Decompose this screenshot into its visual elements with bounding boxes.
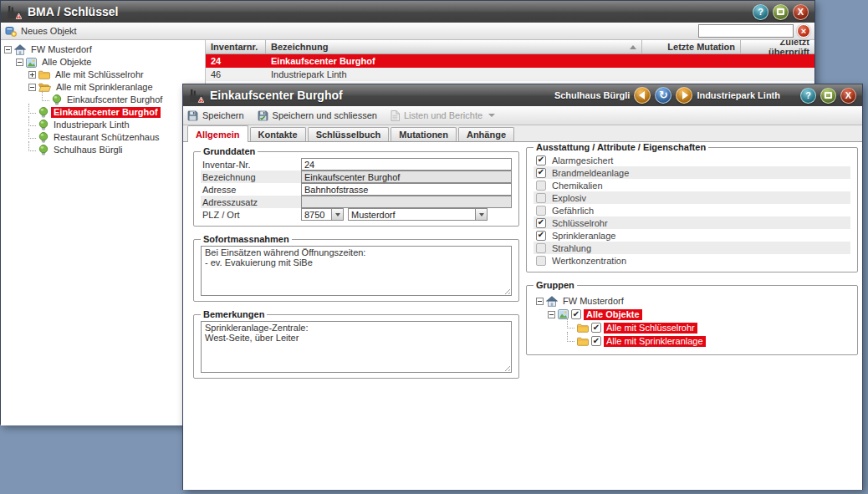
tab-kontakte[interactable]: Kontakte — [250, 127, 306, 141]
column-header-bezeichnung[interactable]: Bezeichnung — [266, 40, 642, 53]
table-row[interactable]: 46 Industriepark Linth — [206, 68, 814, 81]
tree-item-alle-mit-schluesselrohr[interactable]: Alle mit Schlüsselrohr — [1, 69, 205, 81]
help-icon: ? — [758, 8, 763, 17]
close-button[interactable]: X — [840, 88, 856, 104]
ort-combobox — [348, 208, 488, 221]
checkbox[interactable]: ✔ — [536, 218, 546, 228]
check-icon: ✔ — [538, 155, 544, 164]
collapse-icon[interactable] — [536, 298, 544, 305]
checkbox[interactable]: ✔ — [536, 181, 546, 191]
attribute-row-chemikalien[interactable]: ✔ Chemikalien — [534, 179, 850, 191]
gruppen-item-alle-mit-sprinkleranlage[interactable]: ✔ Alle mit Sprinkleranlage — [534, 334, 850, 348]
refresh-button[interactable]: ↻ — [655, 87, 671, 104]
new-object-label: Neues Objekt — [21, 26, 77, 36]
attribute-row-explosiv[interactable]: ✔ Explosiv — [534, 191, 850, 204]
sofortmassnahmen-legend: Sofortmassnahmen — [201, 234, 292, 244]
attribute-row-strahlung[interactable]: ✔ Strahlung — [534, 242, 850, 254]
gruppen-item-alle-objekte[interactable]: ✔ Alle Objekte — [534, 308, 850, 321]
checkbox[interactable]: ✔ — [536, 206, 546, 216]
adresse-input[interactable] — [301, 183, 512, 196]
bemerkungen-section: Bemerkungen Sprinkleranlage-Zentrale: We… — [193, 309, 519, 379]
next-record-button[interactable] — [676, 87, 692, 104]
inventar-nr-input[interactable] — [301, 158, 512, 171]
checkbox[interactable]: ✔ — [536, 155, 546, 166]
search-input[interactable] — [698, 24, 794, 38]
bulb-icon — [38, 132, 49, 143]
gruppen-item-alle-mit-schluesselrohr[interactable]: ✔ Alle mit Schlüsselrohr — [534, 321, 850, 334]
grunddaten-section: Grunddaten Inventar-Nr. Bezeichnung Adre… — [193, 146, 519, 227]
clear-search-button[interactable]: × — [797, 24, 810, 38]
help-button[interactable]: ? — [753, 4, 768, 20]
collapse-icon[interactable] — [28, 84, 36, 91]
maximize-button[interactable] — [820, 88, 836, 104]
factory-warning-icon — [189, 89, 204, 103]
attribute-row-brandmeldeanlage[interactable]: ✔ Brandmeldeanlage — [534, 166, 850, 179]
attribute-row-gefaehrlich[interactable]: ✔ Gefährlich — [534, 204, 850, 216]
tree-item-fw-musterdorf[interactable]: FW Musterdorf — [1, 43, 205, 56]
checkbox[interactable]: ✔ — [536, 256, 546, 266]
column-header-inventarnr[interactable]: Inventarnr. — [206, 40, 266, 53]
collapse-icon[interactable] — [16, 59, 23, 66]
close-button[interactable]: X — [793, 4, 809, 20]
help-button[interactable]: ? — [800, 88, 816, 104]
tree-item-label: Industriepark Linth — [51, 120, 132, 130]
tree-item-alle-mit-sprinkleranlage[interactable]: Alle mit Sprinkleranlage — [1, 81, 205, 94]
tree-item-schulhaus-buergli[interactable]: Schulhaus Bürgli — [1, 144, 205, 156]
bemerkungen-legend: Bemerkungen — [201, 309, 267, 319]
dialog-tabbar: Allgemein Kontakte Schlüsselbuch Mutatio… — [183, 125, 862, 142]
chevron-down-icon — [479, 213, 484, 216]
tree-item-alle-objekte[interactable]: Alle Objekte — [1, 56, 205, 69]
form-row-inventar-nr: Inventar-Nr. — [201, 158, 512, 171]
refresh-icon: ↻ — [659, 89, 668, 101]
expand-icon[interactable] — [28, 71, 36, 79]
main-titlebar[interactable]: BMA / Schlüssel ? X — [1, 1, 814, 23]
attribute-label: Explosiv — [552, 193, 586, 203]
checkbox[interactable]: ✔ — [536, 243, 546, 253]
group-checkbox[interactable]: ✔ — [591, 323, 601, 333]
tab-anhaenge[interactable]: Anhänge — [458, 127, 514, 141]
plz-dropdown-button[interactable] — [331, 208, 344, 221]
attribute-row-schluesselrohr[interactable]: ✔ Schlüsselrohr — [534, 216, 850, 229]
ort-input[interactable] — [348, 208, 475, 221]
gruppen-item-fw-musterdorf[interactable]: FW Musterdorf — [534, 294, 850, 308]
bemerkungen-textarea[interactable]: Sprinkleranlage-Zentrale: West-Seite, üb… — [201, 321, 512, 373]
tree-connector — [42, 91, 49, 101]
inventar-nr-label: Inventar-Nr. — [201, 160, 301, 170]
tree-item-label: Schulhaus Bürgli — [51, 145, 125, 155]
sofortmassnahmen-textarea[interactable]: Bei Einsätzen während Öffnungszeiten: - … — [201, 246, 512, 296]
attribute-label: Schlüsselrohr — [552, 218, 608, 228]
plz-input[interactable] — [301, 208, 331, 221]
clear-icon: × — [801, 27, 806, 36]
prev-record-button[interactable] — [634, 87, 651, 104]
maximize-button[interactable] — [773, 4, 789, 20]
attribute-row-sprinkleranlage[interactable]: ✔ Sprinkleranlage — [534, 229, 850, 242]
dialog-titlebar[interactable]: Einkaufscenter Burghof Schulhaus Bürgli … — [183, 84, 862, 106]
checkbox[interactable]: ✔ — [536, 231, 546, 241]
table-row[interactable]: 24 Einkaufscenter Burghof — [206, 54, 814, 68]
column-header-letzte-mutation[interactable]: Letzte Mutation — [642, 40, 741, 53]
save-and-close-button[interactable]: Speichern und schliessen — [258, 110, 377, 121]
lists-reports-button[interactable]: Listen und Berichte — [391, 110, 495, 121]
checkbox[interactable]: ✔ — [536, 193, 546, 203]
bulb-icon — [38, 145, 49, 155]
tab-schluesselbuch[interactable]: Schlüsselbuch — [308, 127, 390, 141]
column-header-zuletzt-ueberprueft[interactable]: Zuletzt überprüft — [741, 40, 814, 53]
bulb-icon — [38, 120, 49, 130]
attribute-label: Strahlung — [552, 243, 591, 253]
adresszusatz-input[interactable] — [301, 196, 512, 208]
tab-mutationen[interactable]: Mutationen — [391, 127, 457, 141]
sofortmassnahmen-section: Sofortmassnahmen Bei Einsätzen während Ö… — [193, 234, 519, 302]
collapse-icon[interactable] — [4, 46, 12, 53]
tab-allgemein[interactable]: Allgemein — [187, 125, 248, 142]
collapse-icon[interactable] — [548, 311, 555, 318]
attribute-row-alarmgesichert[interactable]: ✔ Alarmgesichert — [534, 154, 850, 166]
save-button[interactable]: Speichern — [187, 110, 244, 121]
plz-combobox — [301, 208, 344, 221]
table-header: Inventarnr. Bezeichnung Letzte Mutation … — [206, 40, 814, 54]
attribute-row-wertkonzentration[interactable]: ✔ Wertkonzentration — [534, 254, 850, 267]
group-checkbox[interactable]: ✔ — [591, 336, 601, 346]
bezeichnung-input[interactable] — [301, 171, 512, 183]
new-object-button[interactable]: Neues Objekt — [5, 26, 77, 37]
ort-dropdown-button[interactable] — [475, 208, 488, 221]
checkbox[interactable]: ✔ — [536, 168, 546, 178]
